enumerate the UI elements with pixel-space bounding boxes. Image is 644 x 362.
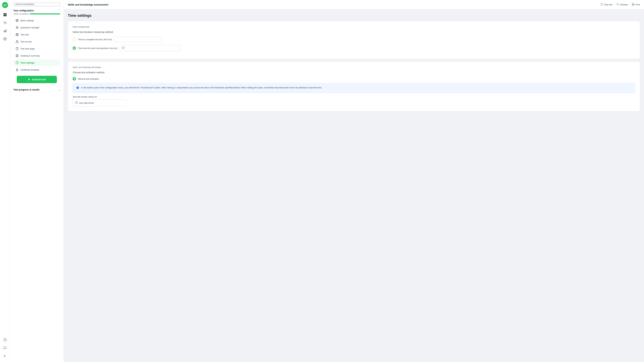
- activate-test-button[interactable]: Activate test: [17, 76, 57, 83]
- svg-rect-17: [18, 35, 18, 36]
- nav-dashboard-icon[interactable]: [2, 12, 8, 18]
- time-to-complete-label: Time to complete the test: (hh:mm):: [78, 38, 112, 41]
- info-text: In the bottom part of the configuration …: [81, 86, 322, 90]
- svg-point-12: [17, 20, 18, 21]
- svg-point-9: [4, 38, 5, 40]
- preview-action[interactable]: Preview: [616, 3, 628, 6]
- config-section: Test configuration ⌃ 100% completed Basi…: [10, 8, 64, 86]
- print-action[interactable]: Print: [632, 3, 640, 6]
- test-start-page-icon: [16, 47, 19, 50]
- questions-manager-label: Questions manager: [20, 26, 40, 29]
- manual-activation-row: Manual test activation: [72, 77, 635, 80]
- time-settings-label: Time settings: [20, 62, 34, 64]
- test-sets-label: Test sets: [20, 33, 29, 36]
- test-sets-icon: [16, 33, 19, 36]
- duration-input-container[interactable]: 24m 00d 00:00: [72, 100, 126, 106]
- svg-rect-29: [632, 4, 634, 5]
- svg-rect-7: [5, 30, 5, 32]
- sidebar-item-basic-settings[interactable]: Basic settings: [14, 17, 60, 24]
- nav-analytics-icon[interactable]: [2, 28, 8, 34]
- results-title: Test progress & results: [14, 88, 40, 91]
- top-bar: Skills and knowledge assessment Test inf…: [64, 0, 644, 10]
- time-to-complete-row: Time to complete the test: (hh:mm):: [72, 37, 635, 42]
- certificate-template-label: Certificate template: [20, 68, 39, 71]
- sidebar-item-test-start-page[interactable]: Test start page: [14, 45, 60, 52]
- main-content: Time settings TEST DURATION Select test …: [64, 10, 644, 362]
- svg-line-28: [618, 5, 619, 5]
- sidebar-item-test-sets[interactable]: Test sets: [14, 31, 60, 38]
- svg-rect-16: [16, 35, 17, 36]
- manual-activation-label: Manual test activation: [78, 78, 99, 80]
- duration-value: 24m 00d 00:00: [79, 102, 94, 104]
- time-per-question-label: Time limit for each test question (mm:ss…: [78, 47, 118, 50]
- info-box: In the bottom part of the configuration …: [72, 83, 635, 93]
- basic-settings-label: Basic settings: [20, 19, 34, 22]
- questions-manager-icon: [16, 26, 19, 29]
- svg-rect-2: [5, 13, 6, 14]
- chevron-down-icon[interactable]: ⌄: [58, 88, 60, 91]
- results-title-row: Test progress & results ⌄: [14, 86, 60, 93]
- info-icon: [76, 86, 79, 90]
- svg-rect-4: [5, 15, 6, 16]
- basic-settings-icon: [16, 19, 19, 22]
- preview-icon: [616, 3, 619, 6]
- chevron-up-icon[interactable]: ⌃: [58, 9, 60, 12]
- results-section: Test progress & results ⌄: [10, 86, 64, 96]
- test-duration-label: TEST DURATION: [72, 26, 635, 28]
- test-info-label: Test info: [604, 3, 612, 6]
- svg-point-0: [2, 2, 8, 8]
- test-activation-card: TEST ACTIVATION OPTIONS Choose test acti…: [68, 62, 640, 111]
- grading-summary-icon: [16, 54, 19, 57]
- top-bar-actions: Test info Preview: [600, 3, 640, 6]
- time-per-question-row: Time limit for each test question (mm:ss…: [72, 45, 635, 51]
- preview-label: Preview: [620, 3, 628, 6]
- progress-bar-fill: [30, 14, 60, 14]
- time-per-question-input-container: [120, 45, 180, 51]
- svg-rect-1: [4, 13, 5, 14]
- test-info-icon: [600, 3, 603, 6]
- certificate-template-icon: [16, 68, 19, 72]
- sidebar-item-test-access[interactable]: Test access: [14, 38, 60, 45]
- nav-expand-icon[interactable]: [2, 352, 8, 359]
- print-label: Print: [636, 3, 640, 6]
- icon-nav: [0, 0, 10, 362]
- sidebar-item-certificate-template[interactable]: Certificate template: [14, 66, 60, 73]
- test-activation-subtitle: Choose test activation method:: [72, 71, 635, 74]
- manual-activation-radio[interactable]: [72, 77, 76, 80]
- duration-clock-icon: [75, 101, 78, 105]
- svg-rect-14: [16, 33, 17, 34]
- main-area: Skills and knowledge assessment Test inf…: [64, 0, 644, 362]
- nav-users-icon[interactable]: [2, 20, 8, 26]
- page-title: Time settings: [68, 14, 640, 18]
- nav-notifications-icon[interactable]: [2, 344, 8, 351]
- svg-point-27: [617, 3, 618, 5]
- sidebar: SETUP IN PROGRESS Test configuration ⌃ 1…: [10, 0, 64, 362]
- sidebar-item-time-settings[interactable]: Time settings: [14, 59, 60, 66]
- svg-point-5: [4, 22, 5, 23]
- test-info-action[interactable]: Test info: [600, 3, 612, 6]
- progress-label: 100% completed: [14, 13, 28, 15]
- test-access-icon: [16, 40, 19, 43]
- test-start-page-label: Test start page: [20, 48, 35, 50]
- test-duration-subtitle: Select test duration measuring method:: [72, 31, 635, 33]
- time-per-question-radio[interactable]: [72, 46, 76, 50]
- svg-rect-15: [18, 33, 18, 34]
- clock-icon: [122, 46, 124, 50]
- sidebar-item-grading-summary[interactable]: Grading & summary: [14, 52, 60, 59]
- time-to-complete-input[interactable]: [114, 37, 161, 42]
- top-bar-title: Skills and knowledge assessment: [68, 3, 108, 6]
- svg-point-22: [16, 68, 18, 70]
- nav-settings-icon[interactable]: [2, 36, 8, 42]
- print-icon: [632, 3, 634, 6]
- setup-badge: SETUP IN PROGRESS: [14, 3, 60, 6]
- nav-help-icon[interactable]: [2, 336, 8, 343]
- svg-rect-6: [4, 31, 4, 32]
- test-access-label: Test access: [20, 40, 32, 43]
- activate-button-label: Activate test: [32, 78, 46, 81]
- app-logo[interactable]: [2, 2, 8, 8]
- time-to-complete-radio[interactable]: [72, 38, 76, 41]
- duration-field-label: Test will remain active for: [72, 96, 635, 98]
- sidebar-item-questions-manager[interactable]: Questions manager: [14, 24, 60, 31]
- svg-rect-3: [4, 15, 5, 16]
- svg-marker-13: [16, 26, 18, 29]
